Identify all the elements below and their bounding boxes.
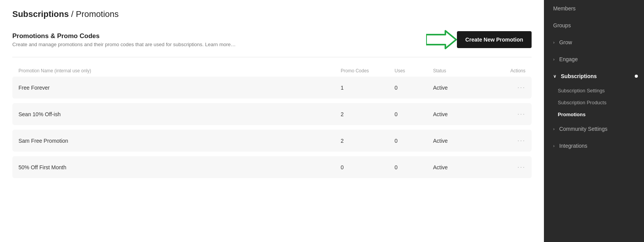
community-settings-label: Community Settings	[559, 126, 607, 132]
sidebar: Members Groups › Grow › Engage ∨ Subscri…	[544, 0, 644, 242]
engage-label: Engage	[559, 56, 578, 62]
table-row: Free Forever 1 0 Active ···	[12, 77, 532, 98]
groups-label: Groups	[553, 22, 571, 28]
section-title: Promotions & Promo Codes	[12, 32, 236, 40]
integrations-label: Integrations	[559, 143, 587, 149]
table-row: 50% Off First Month 0 0 Active ···	[12, 156, 532, 178]
breadcrumb-bold: Subscriptions	[12, 9, 69, 19]
row-uses: 0	[395, 164, 433, 170]
sidebar-item-community-settings[interactable]: › Community Settings	[544, 120, 644, 137]
sidebar-item-subscriptions[interactable]: ∨ Subscriptions	[544, 68, 644, 85]
grow-label: Grow	[559, 39, 572, 45]
section-header: Promotions & Promo Codes Create and mana…	[12, 30, 532, 49]
members-label: Members	[553, 5, 575, 12]
promotions-label: Promotions	[558, 112, 585, 117]
row-status: Active	[433, 138, 487, 144]
row-promo-codes: 0	[341, 164, 395, 170]
main-content: Subscriptions / Promotions Promotions & …	[0, 0, 544, 242]
row-promo-codes: 1	[341, 85, 395, 91]
row-name: Sean 10% Off-ish	[18, 111, 341, 117]
subscription-settings-label: Subscription Settings	[558, 88, 605, 93]
subscriptions-chevron-icon: ∨	[553, 74, 556, 79]
breadcrumb-current: Promotions	[76, 9, 119, 19]
community-settings-chevron-icon: ›	[553, 127, 555, 131]
sidebar-item-groups[interactable]: Groups	[544, 17, 644, 34]
sidebar-sub-item-subscription-products[interactable]: Subscription Products	[544, 97, 644, 108]
col-header-actions: Actions	[487, 68, 525, 73]
row-uses: 0	[395, 111, 433, 117]
subscriptions-dot-indicator	[635, 75, 638, 78]
col-header-status: Status	[433, 68, 487, 73]
table-row: Sam Free Promotion 2 0 Active ···	[12, 130, 532, 152]
integrations-chevron-icon: ›	[553, 144, 555, 148]
row-status: Active	[433, 85, 487, 91]
sidebar-item-grow[interactable]: › Grow	[544, 34, 644, 51]
sidebar-item-integrations[interactable]: › Integrations	[544, 137, 644, 154]
row-name: 50% Off First Month	[18, 164, 341, 170]
row-status: Active	[433, 111, 487, 117]
sidebar-sub-item-promotions[interactable]: Promotions	[544, 108, 644, 120]
col-header-promo-codes: Promo Codes	[341, 68, 395, 73]
subscription-products-label: Subscription Products	[558, 100, 606, 105]
row-actions-menu[interactable]: ···	[487, 163, 525, 171]
row-uses: 0	[395, 138, 433, 144]
section-info: Promotions & Promo Codes Create and mana…	[12, 32, 236, 47]
section-description: Create and manage promotions and their p…	[12, 42, 236, 47]
row-status: Active	[433, 164, 487, 170]
table-rows-container: Free Forever 1 0 Active ··· Sean 10% Off…	[12, 77, 532, 178]
breadcrumb-separator: /	[69, 9, 76, 19]
row-promo-codes: 2	[341, 111, 395, 117]
breadcrumb: Subscriptions / Promotions	[12, 9, 532, 19]
subscriptions-label: Subscriptions	[561, 73, 597, 79]
engage-chevron-icon: ›	[553, 57, 555, 62]
sidebar-item-members[interactable]: Members	[544, 0, 644, 17]
row-uses: 0	[395, 85, 433, 91]
row-name: Sam Free Promotion	[18, 138, 341, 144]
sidebar-item-engage[interactable]: › Engage	[544, 51, 644, 68]
row-actions-menu[interactable]: ···	[487, 110, 525, 118]
col-header-uses: Uses	[395, 68, 433, 73]
svg-marker-0	[426, 31, 456, 48]
green-arrow-icon	[426, 30, 457, 49]
table-row: Sean 10% Off-ish 2 0 Active ···	[12, 103, 532, 125]
sidebar-sub-item-subscription-settings[interactable]: Subscription Settings	[544, 85, 644, 97]
row-promo-codes: 2	[341, 138, 395, 144]
row-actions-menu[interactable]: ···	[487, 83, 525, 92]
create-new-promotion-button[interactable]: Create New Promotion	[457, 31, 532, 48]
table-header: Promotion Name (internal use only) Promo…	[12, 65, 532, 77]
create-btn-area: Create New Promotion	[426, 30, 532, 49]
row-name: Free Forever	[18, 85, 341, 91]
row-actions-menu[interactable]: ···	[487, 137, 525, 145]
col-header-name: Promotion Name (internal use only)	[18, 68, 341, 73]
divider	[12, 57, 532, 57]
grow-chevron-icon: ›	[553, 40, 555, 45]
